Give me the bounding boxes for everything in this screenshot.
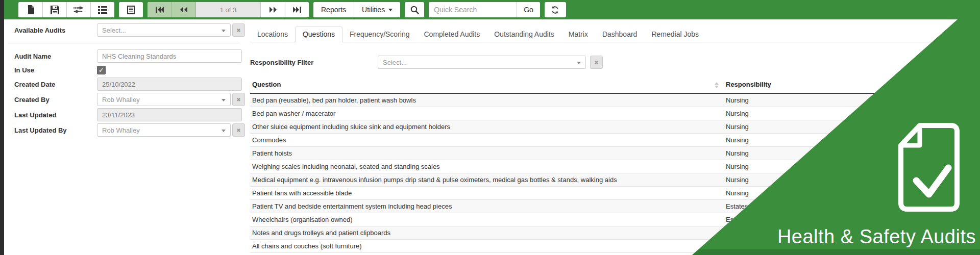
- available-audits-label: Available Audits: [14, 27, 97, 34]
- question-cell: Wheelchairs (organisation owned): [250, 213, 724, 226]
- quick-search-box: Go: [429, 2, 540, 17]
- previous-page-button[interactable]: [172, 2, 195, 17]
- audit-name-input[interactable]: [97, 49, 242, 63]
- next-page-button[interactable]: [261, 2, 285, 17]
- question-cell: Medical equipment e.g. intravenous infus…: [250, 173, 724, 186]
- save-icon: [51, 6, 59, 14]
- first-page-icon: [156, 7, 164, 13]
- column-header-question[interactable]: Question: [250, 78, 724, 93]
- form-icon: [127, 6, 135, 14]
- question-cell: Bed pan washer / macerator: [250, 107, 724, 120]
- transfer-icon: [74, 6, 84, 13]
- tab-dashboard[interactable]: Dashboard: [595, 27, 645, 42]
- chevron-down-icon: [577, 62, 581, 64]
- search-button[interactable]: [405, 2, 424, 17]
- page-indicator: 1 of 3: [195, 2, 261, 17]
- created-date-row: Created Date: [14, 78, 245, 91]
- in-use-checkbox[interactable]: ✓: [97, 66, 106, 74]
- created-date-input: [97, 78, 242, 91]
- utilities-label: Utilities: [362, 6, 385, 14]
- last-updated-by-row: Last Updated By Rob Whalley ✖: [14, 123, 245, 137]
- question-cell: Patient hoists: [250, 146, 724, 160]
- reports-button[interactable]: Reports: [313, 2, 354, 17]
- transfer-button[interactable]: [66, 2, 90, 17]
- clear-icon[interactable]: ✖: [232, 23, 245, 37]
- clear-icon[interactable]: ✖: [232, 123, 245, 137]
- chevron-down-icon: [222, 30, 226, 32]
- last-updated-row: Last Updated: [14, 108, 245, 121]
- available-audits-select[interactable]: Select...: [97, 23, 231, 37]
- chevron-down-icon: [388, 9, 393, 11]
- in-use-row: In Use ✓: [14, 66, 245, 74]
- table-header-row: Question Responsibility: [250, 78, 980, 93]
- available-audits-placeholder: Select...: [102, 27, 126, 34]
- chevron-down-icon: [222, 99, 226, 101]
- record-actions-group: [18, 2, 114, 17]
- window-left-edge: [0, 0, 4, 255]
- utilities-menu-button[interactable]: Utilities: [354, 2, 400, 17]
- question-cell: Notes and drugs trolleys and patient cli…: [250, 226, 724, 239]
- tab-completed-audits[interactable]: Completed Audits: [417, 27, 487, 42]
- last-page-icon: [293, 7, 301, 13]
- form-view-button[interactable]: [119, 2, 143, 17]
- menus-group: Reports Utilities: [313, 2, 400, 17]
- last-updated-by-value: Rob Whalley: [102, 126, 140, 134]
- new-record-button[interactable]: [18, 2, 42, 17]
- question-cell: Other sluice equipment including sluice …: [250, 120, 724, 133]
- list-icon: [98, 6, 107, 14]
- next-page-icon: [270, 7, 277, 13]
- quick-search-input[interactable]: [429, 2, 517, 17]
- app-window: 1 of 3 Reports Utilities Go Av: [0, 0, 980, 255]
- tab-locations[interactable]: Locations: [250, 27, 295, 42]
- tab-questions[interactable]: Questions: [295, 27, 342, 42]
- created-by-value: Rob Whalley: [102, 96, 140, 104]
- last-updated-by-label: Last Updated By: [14, 126, 97, 134]
- question-header-label: Question: [252, 81, 281, 88]
- last-updated-by-select[interactable]: Rob Whalley: [97, 123, 231, 137]
- responsibility-filter-label: Responsibility Filter: [250, 59, 378, 66]
- reports-label: Reports: [321, 6, 346, 14]
- tab-outstanding-audits[interactable]: Outstanding Audits: [487, 27, 561, 42]
- responsibility-filter-placeholder: Select...: [383, 59, 407, 66]
- responsibility-filter-select[interactable]: Select...: [378, 56, 586, 69]
- record-nav-group: 1 of 3: [148, 2, 309, 17]
- audit-name-row: Audit Name: [14, 49, 245, 63]
- previous-page-icon: [180, 7, 187, 13]
- tab-frequency-scoring[interactable]: Frequency/Scoring: [342, 27, 417, 42]
- audit-name-label: Audit Name: [14, 53, 97, 60]
- question-cell: Patient TV and bedside entertainment sys…: [250, 199, 724, 213]
- created-by-row: Created By Rob Whalley ✖: [14, 93, 245, 106]
- last-updated-input: [97, 108, 242, 121]
- toolbar: 1 of 3 Reports Utilities Go: [0, 0, 980, 19]
- tab-matrix[interactable]: Matrix: [561, 27, 595, 42]
- go-button[interactable]: Go: [517, 2, 540, 17]
- created-date-label: Created Date: [14, 81, 97, 88]
- question-cell: Weighing scales including neonatal, seat…: [250, 160, 724, 173]
- sort-icon[interactable]: [715, 82, 719, 88]
- panel-divider: [8, 43, 240, 43]
- first-page-button[interactable]: [148, 2, 172, 17]
- clear-icon[interactable]: ✖: [590, 56, 603, 69]
- created-by-label: Created By: [14, 96, 97, 104]
- clear-icon[interactable]: ✖: [232, 93, 245, 106]
- in-use-label: In Use: [14, 66, 97, 74]
- chevron-down-icon: [222, 130, 226, 132]
- question-cell: All chairs and couches (soft furniture): [250, 239, 724, 252]
- tab-bar: Locations Questions Frequency/Scoring Co…: [250, 27, 980, 42]
- refresh-button[interactable]: [545, 2, 566, 17]
- tab-remedial-jobs[interactable]: Remedial Jobs: [644, 27, 706, 42]
- question-cell: Commodes: [250, 133, 724, 146]
- responsibility-filter-row: Responsibility Filter Select... ✖: [250, 56, 980, 69]
- created-by-select[interactable]: Rob Whalley: [97, 93, 231, 106]
- last-page-button[interactable]: [285, 2, 309, 17]
- audit-details-panel: Available Audits Select... ✖ Audit Name …: [0, 19, 245, 255]
- document-check-icon: [897, 122, 961, 213]
- refresh-icon: [551, 6, 559, 14]
- list-button[interactable]: [90, 2, 114, 17]
- question-cell: Bed pan (reusable), bed pan holder, pati…: [250, 93, 724, 107]
- available-audits-row: Available Audits Select... ✖: [14, 23, 245, 37]
- new-record-icon: [27, 5, 35, 14]
- last-updated-label: Last Updated: [14, 111, 97, 119]
- question-cell: Patient fans with accessible blade: [250, 186, 724, 199]
- save-button[interactable]: [42, 2, 66, 17]
